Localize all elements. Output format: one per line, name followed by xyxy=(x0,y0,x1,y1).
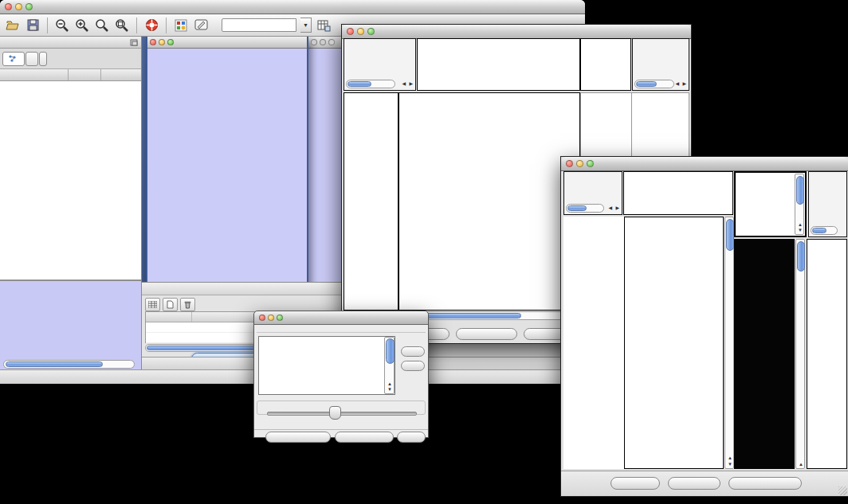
delete-attribute-icon[interactable] xyxy=(180,298,195,311)
close-button[interactable] xyxy=(5,3,12,10)
save-icon[interactable] xyxy=(25,18,41,33)
scroll-down-icon[interactable]: ▼ xyxy=(728,462,732,467)
view-status-hscrollbar[interactable] xyxy=(346,80,395,88)
treeview-combined-titlebar[interactable] xyxy=(561,157,848,171)
zoom-button[interactable] xyxy=(277,315,283,321)
zoom-in-icon[interactable] xyxy=(74,18,90,33)
scrollbar-thumb[interactable] xyxy=(347,81,371,87)
zoom-out-icon[interactable] xyxy=(54,18,70,33)
scroll-up-icon[interactable]: ▲ xyxy=(728,455,732,460)
scrollbar-thumb[interactable] xyxy=(812,228,826,233)
overview-hscrollbar-thumb[interactable] xyxy=(6,361,103,367)
minimize-button[interactable] xyxy=(357,28,364,35)
scroll-right-icon[interactable]: ▶ xyxy=(682,81,686,86)
move-up-button[interactable] xyxy=(401,346,425,357)
usage-hints-hscrollbar[interactable] xyxy=(634,80,674,88)
scrollbar-thumb[interactable] xyxy=(796,176,804,205)
row-dendrogram-canvas[interactable] xyxy=(344,93,398,310)
minimize-button[interactable] xyxy=(15,3,22,10)
cluster-zoom-matrix[interactable] xyxy=(582,96,620,135)
zoom-button[interactable] xyxy=(167,39,174,45)
scroll-left-icon[interactable]: ◀ xyxy=(402,81,406,86)
usage-hints-hscrollbar[interactable] xyxy=(811,226,838,235)
scroll-down-icon[interactable]: ▼ xyxy=(798,228,803,232)
help-lifesaver-icon[interactable] xyxy=(143,18,159,33)
treeview-button-bar xyxy=(561,471,848,496)
column-labels-panel: ▲ ▼ xyxy=(734,171,807,237)
minimize-button[interactable] xyxy=(268,315,274,321)
move-down-button[interactable] xyxy=(401,361,425,371)
tab-overflow-button[interactable] xyxy=(39,52,47,66)
scroll-left-icon[interactable]: ◀ xyxy=(608,205,612,210)
column-dendrogram-canvas[interactable] xyxy=(624,172,732,214)
float-panel-icon[interactable] xyxy=(130,39,138,46)
scroll-right-icon[interactable]: ▶ xyxy=(615,205,619,210)
table-import-icon[interactable] xyxy=(316,18,332,33)
done-button[interactable] xyxy=(397,432,426,443)
heatmap-vscrollbar[interactable]: ▲ ▼ xyxy=(724,217,734,469)
table-grid-icon[interactable] xyxy=(145,298,160,311)
close-button[interactable] xyxy=(347,28,354,35)
zoom-button[interactable] xyxy=(26,3,33,10)
network-overview-canvas[interactable] xyxy=(0,281,140,357)
settings-button[interactable] xyxy=(610,477,660,490)
minimize-button[interactable] xyxy=(320,39,326,45)
global-heatmap-canvas[interactable] xyxy=(625,217,723,468)
close-button[interactable] xyxy=(311,39,317,45)
scroll-up-icon[interactable]: ▲ xyxy=(387,381,392,386)
zoom-vscrollbar[interactable]: ▲ xyxy=(795,239,805,469)
annotation-icon[interactable] xyxy=(193,18,209,33)
scroll-down-icon[interactable]: ▼ xyxy=(387,387,392,392)
network-window-1-titlebar[interactable] xyxy=(147,37,307,49)
scroll-right-icon[interactable]: ▶ xyxy=(409,81,413,86)
usage-hints-panel xyxy=(808,171,847,237)
global-heatmap-canvas[interactable] xyxy=(399,93,579,310)
zoom-heatmap-canvas[interactable] xyxy=(735,240,794,468)
zoom-selected-icon[interactable] xyxy=(114,18,130,33)
main-titlebar[interactable] xyxy=(0,0,585,14)
scrollbar-thumb[interactable] xyxy=(567,205,587,211)
new-attribute-icon[interactable] xyxy=(163,298,178,311)
zoom-button[interactable] xyxy=(587,160,594,167)
scrollbar-thumb[interactable] xyxy=(797,241,805,272)
search-dropdown-arrow[interactable]: ▼ xyxy=(300,18,312,33)
attribute-list[interactable] xyxy=(258,336,395,395)
close-button[interactable] xyxy=(150,39,156,45)
tab-network[interactable] xyxy=(2,52,25,66)
zoom-button[interactable] xyxy=(328,39,335,45)
attribute-list-vscrollbar[interactable]: ▲ ▼ xyxy=(384,337,395,394)
minimize-button[interactable] xyxy=(576,160,583,167)
export-graphics-button[interactable] xyxy=(728,477,802,490)
scroll-up-icon[interactable]: ▲ xyxy=(799,462,803,467)
scrollbar-thumb[interactable] xyxy=(386,338,395,364)
save-data-button[interactable] xyxy=(668,477,720,490)
scrollbar-thumb[interactable] xyxy=(636,81,657,87)
close-button[interactable] xyxy=(566,160,573,167)
scrollbar-thumb[interactable] xyxy=(726,219,734,251)
animation-slider-thumb[interactable] xyxy=(329,406,341,420)
column-dendrogram-canvas[interactable] xyxy=(418,39,579,90)
minimize-button[interactable] xyxy=(159,39,165,45)
network-view-canvas[interactable] xyxy=(147,49,304,282)
open-file-icon[interactable] xyxy=(5,18,21,33)
scroll-up-icon[interactable]: ▲ xyxy=(798,222,803,227)
zoom-heatmap-panel xyxy=(734,239,795,469)
overview-hscrollbar[interactable] xyxy=(3,360,135,369)
zoom-button[interactable] xyxy=(367,28,375,35)
view-status-hscrollbar[interactable] xyxy=(566,204,604,213)
treeview-dna-titlebar[interactable] xyxy=(342,25,691,39)
animate-vizmap-button[interactable] xyxy=(265,432,331,443)
dialog-titlebar[interactable] xyxy=(254,311,428,325)
close-button[interactable] xyxy=(259,315,265,321)
labels-vscrollbar[interactable]: ▲ ▼ xyxy=(795,174,804,235)
tab-vizmapper[interactable] xyxy=(26,52,38,66)
vizmapper-icon[interactable] xyxy=(173,18,189,33)
animation-slider-track[interactable] xyxy=(267,412,417,416)
create-vizmap-button[interactable] xyxy=(335,432,394,443)
row-dendrogram-canvas[interactable] xyxy=(563,217,624,469)
resize-grip[interactable] xyxy=(838,486,847,495)
zoom-fit-icon[interactable] xyxy=(94,18,110,33)
search-input[interactable] xyxy=(222,18,296,32)
export-graphics-button[interactable] xyxy=(456,328,517,340)
scroll-left-icon[interactable]: ◀ xyxy=(675,81,679,86)
